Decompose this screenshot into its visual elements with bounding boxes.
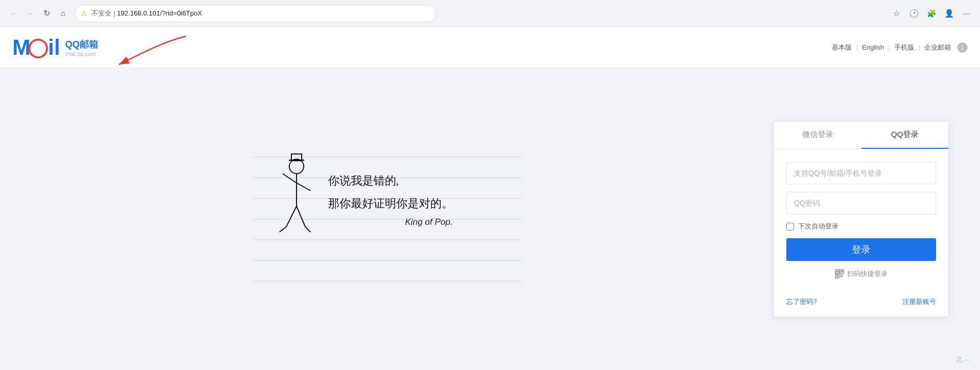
- svg-rect-25: [842, 274, 843, 275]
- login-tabs: 微信登录 QQ登录: [774, 121, 948, 149]
- back-button[interactable]: ←: [6, 6, 21, 21]
- svg-line-16: [279, 227, 286, 232]
- reload-button[interactable]: ↻: [39, 6, 54, 21]
- mobile-link[interactable]: 手机版: [892, 42, 916, 53]
- svg-rect-23: [836, 275, 838, 277]
- svg-line-13: [297, 183, 310, 191]
- notebook-illustration: 你说我是错的, 那你最好证明你是对的。 King of Pop.: [253, 136, 511, 302]
- qr-login-text: 扫码快捷登录: [847, 269, 888, 279]
- arrow-annotation: [103, 31, 196, 72]
- logo-sub-text: mail.qq.com: [65, 51, 98, 57]
- register-link[interactable]: 注册新账号: [903, 297, 936, 306]
- svg-line-14: [286, 206, 297, 227]
- address-bar[interactable]: ⚠ 不安全 | 192.168.0.101/?rid=0i6TpoX: [74, 5, 436, 22]
- login-footer: 忘了密码? 注册新账号: [774, 290, 948, 317]
- watermark: 乙 ···: [957, 356, 970, 365]
- separator-2: |: [888, 43, 890, 51]
- svg-line-12: [283, 174, 297, 183]
- separator-3: |: [919, 43, 920, 51]
- auto-login-checkbox[interactable]: [786, 223, 794, 230]
- quote-line1: 你说我是错的,: [328, 169, 453, 192]
- browser-chrome: ← → ↻ ⌂ ⚠ 不安全 | 192.168.0.101/?rid=0i6Tp…: [0, 0, 980, 27]
- forgot-password-link[interactable]: 忘了密码?: [786, 297, 817, 306]
- basic-version-link[interactable]: 基本版: [830, 42, 854, 53]
- password-input[interactable]: [786, 192, 936, 214]
- forward-button[interactable]: →: [23, 6, 37, 21]
- history-button[interactable]: 🕐: [907, 6, 921, 21]
- logo-circle-o: ◯: [27, 37, 48, 58]
- login-button[interactable]: 登录: [786, 238, 936, 261]
- header-links: 基本版 | English | 手机版 | 企业邮箱 i: [830, 42, 968, 53]
- separator-1: |: [856, 43, 858, 51]
- tab-wechat-login[interactable]: 微信登录: [774, 121, 861, 149]
- logo-qq-text: QQ邮箱: [65, 38, 98, 51]
- svg-rect-27: [842, 276, 843, 277]
- login-panel-container: 微信登录 QQ登录 下次自动登录 登录: [763, 68, 980, 370]
- login-form: 下次自动登录 登录: [774, 149, 948, 290]
- qr-login-row[interactable]: 扫码快捷登录: [786, 268, 936, 280]
- enterprise-link[interactable]: 企业邮箱: [922, 42, 953, 53]
- info-icon[interactable]: i: [957, 42, 968, 53]
- auto-login-row: 下次自动登录: [786, 222, 936, 231]
- account-input[interactable]: [786, 162, 936, 184]
- quote-author: King of Pop.: [328, 217, 453, 227]
- svg-rect-24: [840, 274, 841, 275]
- main-content: 你说我是错的, 那你最好证明你是对的。 King of Pop. 微信登录 QQ…: [0, 68, 980, 370]
- logo-il: il: [48, 35, 60, 60]
- auto-login-label[interactable]: 下次自动登录: [798, 222, 838, 231]
- illustration-area: 你说我是错的, 那你最好证明你是对的。 King of Pop.: [0, 68, 763, 370]
- svg-rect-26: [840, 276, 841, 277]
- svg-rect-21: [841, 271, 843, 272]
- browser-actions: ☆ 🕐 🧩 👤 ⋯: [889, 6, 974, 21]
- extension-button[interactable]: 🧩: [924, 6, 939, 21]
- menu-button[interactable]: ⋯: [959, 6, 974, 21]
- profile-button[interactable]: 👤: [942, 6, 956, 21]
- page-header: M ◯ il QQ邮箱 mail.qq.com 基本版 | English | …: [0, 27, 980, 68]
- english-link[interactable]: English: [860, 42, 886, 52]
- tab-qq-login[interactable]: QQ登录: [861, 121, 948, 149]
- stickfigure-svg: [273, 152, 320, 245]
- svg-point-8: [289, 159, 304, 174]
- qr-icon: [835, 269, 844, 279]
- quote-line2: 那你最好证明你是对的。: [328, 192, 453, 215]
- svg-line-17: [305, 227, 310, 232]
- stickfigure-quote: 你说我是错的, 那你最好证明你是对的。 King of Pop.: [273, 152, 453, 245]
- address-text: 不安全 | 192.168.0.101/?rid=0i6TpoX: [91, 9, 202, 18]
- login-panel: 微信登录 QQ登录 下次自动登录 登录: [773, 121, 949, 317]
- nav-buttons: ← → ↻ ⌂: [6, 6, 70, 21]
- svg-line-15: [297, 206, 305, 227]
- logo-area: M ◯ il QQ邮箱 mail.qq.com: [12, 35, 98, 60]
- quote-block: 你说我是错的, 那你最好证明你是对的。 King of Pop.: [328, 169, 453, 227]
- star-button[interactable]: ☆: [889, 6, 904, 21]
- home-button[interactable]: ⌂: [56, 6, 70, 21]
- svg-rect-19: [836, 271, 838, 272]
- security-warning-icon: ⚠: [81, 9, 87, 17]
